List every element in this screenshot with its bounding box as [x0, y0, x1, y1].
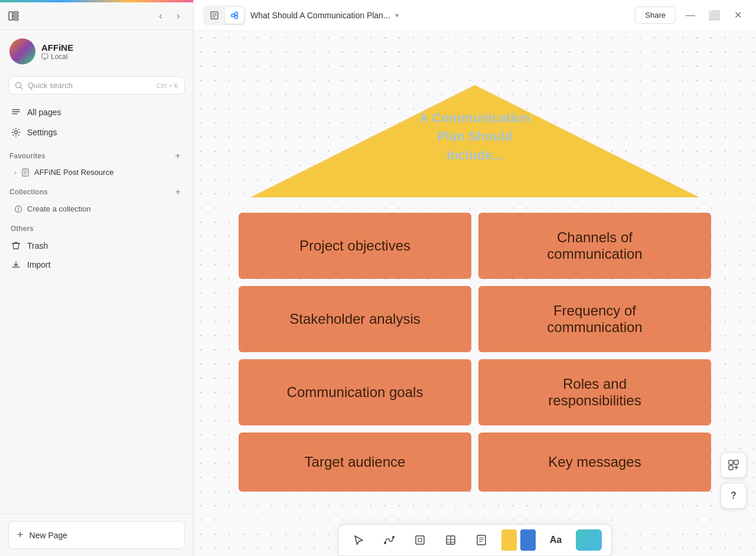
svg-point-10: [232, 14, 234, 17]
workspace-info: AFFiNE Local: [41, 43, 73, 61]
favourites-section-title: Favourites: [9, 152, 45, 160]
svg-rect-14: [729, 460, 733, 464]
title-bar-right: Share — ⬜ ✕: [635, 6, 747, 24]
import-icon: [11, 259, 21, 270]
triangle-shape-wrapper: A CommunicationPlan ShouldInclude...: [245, 79, 705, 206]
create-collection-item[interactable]: Create a collection: [5, 200, 188, 217]
help-button[interactable]: ?: [721, 483, 747, 509]
new-page-button[interactable]: + New Page: [8, 521, 185, 549]
bottom-toolbar: Aa: [338, 524, 612, 556]
avatar: [9, 38, 35, 64]
info-circle-icon: [14, 205, 22, 213]
collections-add-button[interactable]: +: [172, 186, 184, 198]
search-shortcut: Ctrl + K: [157, 82, 178, 89]
table-tool-button[interactable]: [440, 529, 461, 551]
favourites-item-affine-post[interactable]: › AFFiNE Post Resource: [5, 164, 188, 180]
svg-rect-16: [729, 466, 733, 470]
trash-label: Trash: [27, 241, 48, 251]
monitor-icon: [41, 53, 48, 60]
grid-add-button[interactable]: [721, 452, 747, 478]
settings-label: Settings: [27, 128, 57, 137]
help-icon: ?: [731, 490, 737, 501]
svg-rect-20: [418, 538, 422, 542]
search-placeholder: Quick search: [28, 81, 152, 90]
sidebar-header-left: [7, 9, 20, 22]
color-tools: [501, 529, 536, 551]
svg-point-18: [392, 536, 395, 538]
workspace-name: AFFiNE: [41, 43, 73, 53]
sidebar-item-trash[interactable]: Trash: [5, 236, 188, 255]
svg-point-12: [235, 15, 238, 18]
box-channels-of-communication: Channels of communication: [478, 213, 711, 279]
svg-rect-1: [14, 12, 18, 14]
collections-section-title: Collections: [9, 188, 48, 196]
box-target-audience: Target audience: [239, 433, 471, 492]
sidebar-nav-forward[interactable]: ›: [171, 8, 186, 24]
new-page-label: New Page: [30, 531, 68, 540]
diagram-container: A CommunicationPlan ShouldInclude... Pro…: [239, 79, 711, 492]
sidebar-item-settings[interactable]: Settings: [5, 123, 188, 142]
others-label: Others: [5, 221, 188, 236]
affine-post-label: AFFiNE Post Resource: [34, 168, 113, 177]
widget-tool-button[interactable]: [576, 529, 602, 551]
canvas-mode-button[interactable]: [225, 7, 244, 24]
blue-tool-button[interactable]: [520, 529, 536, 551]
all-pages-label: All pages: [27, 108, 61, 117]
workspace-local: Local: [41, 53, 73, 61]
svg-rect-4: [42, 54, 48, 58]
favourites-add-button[interactable]: +: [172, 150, 184, 162]
triangle-text: A CommunicationPlan ShouldInclude...: [392, 109, 558, 165]
frame-tool-button[interactable]: [409, 529, 431, 551]
box-key-messages: Key messages: [478, 433, 711, 492]
search-bar[interactable]: Quick search Ctrl + K: [8, 76, 185, 95]
sidebar-toggle-icon[interactable]: [7, 9, 20, 22]
maximize-button[interactable]: ⬜: [705, 6, 723, 24]
canvas-area[interactable]: A CommunicationPlan ShouldInclude... Pro…: [194, 31, 756, 556]
favourites-section-header: Favourites +: [0, 144, 193, 164]
sidebar-nav-back[interactable]: ‹: [153, 8, 168, 24]
main-content: What Should A Communication Plan... ▾ Sh…: [194, 0, 756, 556]
svg-rect-2: [14, 15, 18, 17]
settings-icon: [11, 127, 21, 138]
expand-icon: ›: [14, 168, 17, 177]
svg-point-6: [15, 131, 18, 134]
collections-section-header: Collections +: [0, 180, 193, 200]
workspace-section[interactable]: AFFiNE Local: [0, 30, 193, 73]
box-project-objectives: Project objectives: [239, 213, 471, 279]
sidebar-bottom: + New Page: [0, 513, 193, 556]
title-bar-left: What Should A Communication Plan... ▾: [203, 5, 399, 25]
boxes-grid: Project objectives Channels of communica…: [239, 213, 711, 492]
svg-point-11: [235, 12, 238, 15]
svg-rect-15: [734, 460, 738, 464]
search-icon: [15, 82, 23, 90]
minimize-button[interactable]: —: [682, 6, 699, 24]
sidebar-nav-icons: ‹ ›: [153, 8, 186, 24]
svg-rect-0: [9, 12, 12, 20]
others-section: Others Trash Import: [0, 217, 193, 278]
plus-icon: +: [17, 529, 24, 541]
import-label: Import: [27, 260, 51, 269]
share-button[interactable]: Share: [635, 6, 676, 24]
pages-icon: [11, 107, 21, 118]
create-collection-label: Create a collection: [27, 204, 91, 213]
floating-buttons: ?: [721, 452, 747, 509]
note-tool-button[interactable]: [471, 529, 492, 551]
title-chevron-icon[interactable]: ▾: [395, 11, 399, 19]
box-communication-goals: Communication goals: [239, 359, 471, 425]
sidebar-item-all-pages[interactable]: All pages: [5, 103, 188, 122]
box-frequency-of-communication: Frequency of communication: [478, 286, 711, 352]
title-bar: What Should A Communication Plan... ▾ Sh…: [194, 0, 756, 31]
sidebar-item-import[interactable]: Import: [5, 255, 188, 274]
select-tool-button[interactable]: [348, 529, 369, 551]
text-tool-button[interactable]: Aa: [545, 529, 566, 551]
svg-rect-3: [14, 18, 18, 20]
close-button[interactable]: ✕: [729, 6, 747, 24]
curve-tool-button[interactable]: [379, 529, 400, 551]
trash-icon: [11, 240, 21, 251]
doc-mode-button[interactable]: [205, 7, 224, 24]
yellow-tool-button[interactable]: [501, 529, 517, 551]
box-roles-and-responsibilities: Roles and responsibilities: [478, 359, 711, 425]
document-title: What Should A Communication Plan...: [250, 11, 390, 20]
sidebar-nav-items: All pages Settings: [0, 100, 193, 144]
sidebar-header: ‹ ›: [0, 2, 193, 30]
